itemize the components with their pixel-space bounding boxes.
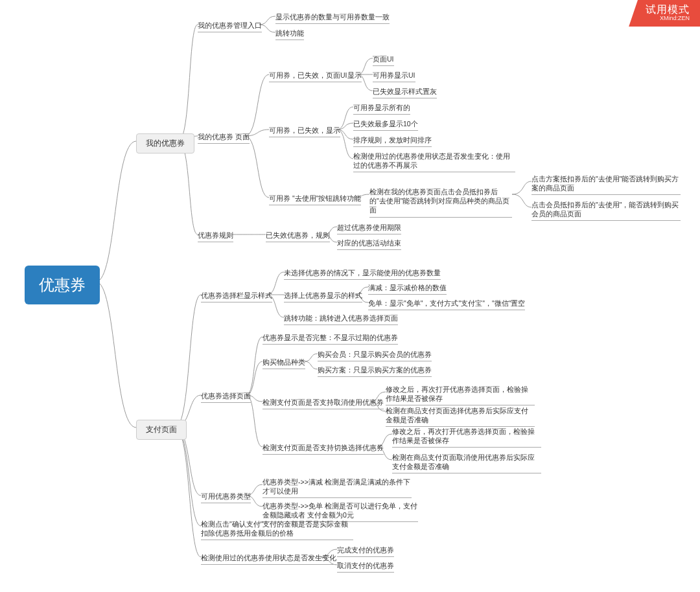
node-page-show-2[interactable]: 已失效最多显示10个 bbox=[353, 118, 418, 131]
node-kind-member[interactable]: 购买会员：只显示购买会员的优惠券 bbox=[318, 348, 432, 361]
node-mycoupon-page[interactable]: 我的优惠券 页面 bbox=[198, 131, 250, 144]
node-selectbar-jump[interactable]: 跳转功能：跳转进入优惠券选择页面 bbox=[284, 312, 398, 325]
node-entry-count[interactable]: 显示优惠券的数量与可用券数量一致 bbox=[275, 11, 390, 24]
node-confirm-pay[interactable]: 检测点击"确认支付"支付的金额是否是实际金额扣除优惠券抵用金额后的价格 bbox=[201, 518, 353, 540]
node-used-cancel[interactable]: 取消支付的优惠券 bbox=[337, 560, 394, 573]
node-kind-plan[interactable]: 购买方案：只显示购买方案的优惠券 bbox=[318, 364, 432, 377]
node-selectbar-selected-1[interactable]: 满减：显示减价格的数值 bbox=[368, 282, 447, 295]
mindmap-canvas: 优惠券 我的优惠券 支付页面 我的优惠券管理入口 显示优惠券的数量与可用券数量一… bbox=[0, 0, 700, 592]
node-rule-expired-2[interactable]: 对应的优惠活动结束 bbox=[337, 237, 401, 250]
node-coupon-type[interactable]: 可用优惠券类型 bbox=[201, 490, 251, 503]
node-page-show-1[interactable]: 可用券显示所有的 bbox=[353, 102, 410, 115]
node-switch-2[interactable]: 检测在商品支付页面取消使用优惠券后实际应支付金额是否准确 bbox=[392, 451, 541, 473]
node-entry[interactable]: 我的优惠券管理入口 bbox=[198, 19, 262, 32]
node-selectpage[interactable]: 优惠券选择页面 bbox=[201, 390, 251, 403]
node-page-gouse[interactable]: 可用券 "去使用"按钮跳转功能 bbox=[269, 192, 361, 205]
node-cancel-1[interactable]: 修改之后，再次打开优惠券选择页面，检验操作结果是否被保存 bbox=[386, 383, 535, 405]
node-used-done[interactable]: 完成支付的优惠券 bbox=[337, 544, 394, 557]
node-type-full[interactable]: 优惠券类型->>满减 检测是否满足满减的条件下才可以使用 bbox=[262, 476, 412, 498]
node-gouse-member[interactable]: 点击会员抵扣券后的"去使用"，能否跳转到购买会员的商品页面 bbox=[531, 199, 681, 221]
root-node[interactable]: 优惠券 bbox=[25, 266, 100, 304]
node-cancel-2[interactable]: 检测在商品支付页面选择优惠券后实际应支付金额是否准确 bbox=[386, 405, 535, 427]
node-page-ui-2[interactable]: 可用券显示UI bbox=[373, 69, 415, 82]
node-selectpage-complete[interactable]: 优惠券显示是否完整：不显示过期的优惠券 bbox=[262, 332, 398, 345]
branch-my-coupons[interactable]: 我的优惠券 bbox=[136, 133, 194, 154]
node-page-gouse-detect[interactable]: 检测在我的优惠券页面点击会员抵扣券后的"去使用"能否跳转到对应商品种类的商品页面 bbox=[369, 186, 512, 218]
node-page-ui[interactable]: 可用券，已失效，页面UI显示 bbox=[269, 69, 362, 82]
node-entry-jump[interactable]: 跳转功能 bbox=[275, 27, 304, 40]
node-selectbar[interactable]: 优惠券选择栏显示样式 bbox=[201, 290, 272, 302]
branch-payment-page[interactable]: 支付页面 bbox=[136, 420, 187, 440]
node-selectpage-kind[interactable]: 购买物品种类 bbox=[262, 356, 305, 369]
node-selectbar-selected-2[interactable]: 免单：显示"免单"，支付方式"支付宝"，"微信"置空 bbox=[368, 297, 525, 310]
node-selectbar-selected[interactable]: 选择上优惠券显示的样式 bbox=[284, 290, 362, 302]
node-page-show[interactable]: 可用券，已失效，显示 bbox=[269, 124, 340, 137]
node-page-show-4[interactable]: 检测使用过的优惠券使用状态是否发生变化：使用过的优惠券不再展示 bbox=[353, 150, 515, 172]
node-gouse-plan[interactable]: 点击方案抵扣券后的"去使用"能否跳转到购买方案的商品页面 bbox=[531, 173, 681, 195]
node-switch-1[interactable]: 修改之后，再次打开优惠券选择页面，检验操作结果是否被保存 bbox=[392, 426, 541, 448]
node-switch-coupon[interactable]: 检测支付页面是否支持切换选择优惠券 bbox=[262, 442, 384, 455]
node-rule[interactable]: 优惠券规则 bbox=[198, 229, 233, 242]
node-rule-expired-1[interactable]: 超过优惠券使用期限 bbox=[337, 222, 401, 234]
node-rule-expired[interactable]: 已失效优惠券，规则 bbox=[266, 229, 330, 242]
node-cancel-coupon[interactable]: 检测支付页面是否支持取消使用优惠券 bbox=[262, 396, 384, 409]
node-page-show-3[interactable]: 排序规则，发放时间排序 bbox=[353, 134, 432, 147]
node-used-status[interactable]: 检测使用过的优惠券使用状态是否发生变化 bbox=[201, 552, 336, 565]
node-selectbar-unselected[interactable]: 未选择优惠券的情况下，显示能使用的优惠券数量 bbox=[284, 267, 441, 280]
node-page-ui-1[interactable]: 页面UI bbox=[373, 53, 394, 66]
node-page-ui-3[interactable]: 已失效显示样式置灰 bbox=[373, 85, 437, 98]
